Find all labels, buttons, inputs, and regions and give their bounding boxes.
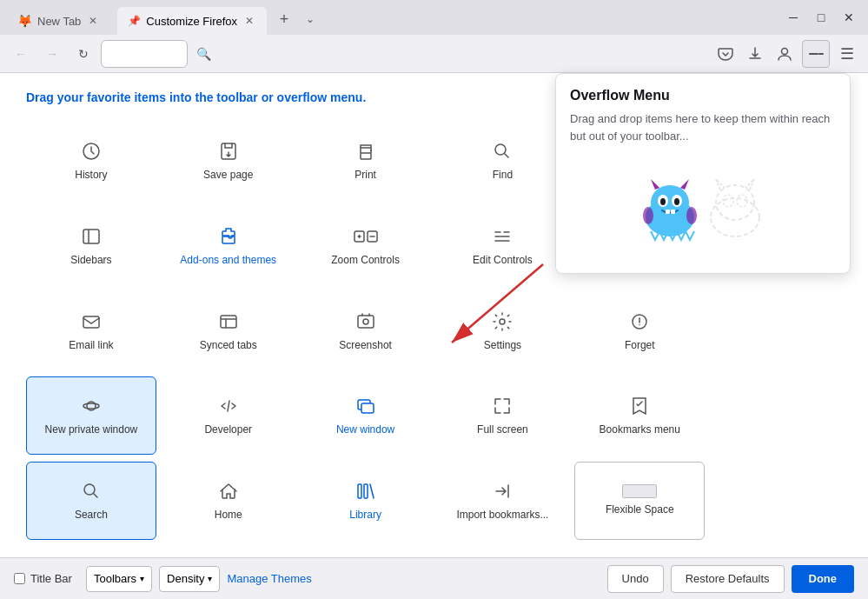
maximize-button[interactable]: □ bbox=[809, 5, 833, 30]
item-print[interactable]: Print bbox=[301, 122, 431, 200]
hamburger-menu-button[interactable]: ☰ bbox=[833, 40, 861, 68]
item-developer[interactable]: Developer bbox=[163, 376, 294, 455]
svg-point-4 bbox=[370, 150, 372, 151]
synced-tabs-label: Synced tabs bbox=[200, 339, 257, 353]
pin-icon: 📌 bbox=[128, 15, 141, 27]
item-screenshot[interactable]: Screenshot bbox=[301, 292, 431, 370]
svg-point-24 bbox=[651, 185, 689, 220]
manage-themes-link[interactable]: Manage Themes bbox=[227, 572, 311, 585]
reload-button[interactable]: ↻ bbox=[70, 40, 97, 68]
item-import-bookmarks[interactable]: Import bookmarks... bbox=[437, 462, 567, 540]
save-page-label: Save page bbox=[203, 169, 253, 183]
svg-point-13 bbox=[363, 319, 368, 324]
item-search[interactable]: Search bbox=[26, 462, 156, 540]
svg-point-33 bbox=[711, 198, 759, 236]
item-addons[interactable]: Add-ons and themes bbox=[163, 207, 294, 285]
developer-label: Developer bbox=[204, 423, 252, 437]
tab-list-chevron[interactable]: ⌄ bbox=[298, 7, 322, 31]
tab-customize[interactable]: 📌 Customize Firefox ✕ bbox=[117, 7, 267, 35]
item-synced-tabs[interactable]: Synced tabs bbox=[163, 292, 294, 370]
item-home[interactable]: Home bbox=[163, 462, 294, 540]
email-link-icon bbox=[79, 309, 103, 334]
item-new-private-window[interactable]: New private window bbox=[26, 376, 156, 455]
monster-solid bbox=[638, 172, 703, 242]
item-bookmarks-menu[interactable]: Bookmarks menu bbox=[574, 376, 705, 455]
tab-new-tab[interactable]: 🦊 New Tab ✕ bbox=[7, 7, 110, 35]
svg-point-20 bbox=[84, 484, 95, 495]
search-button[interactable]: 🔍 bbox=[191, 42, 215, 66]
edit-controls-label: Edit Controls bbox=[473, 254, 533, 268]
item-library[interactable]: Library bbox=[301, 462, 431, 540]
addons-icon bbox=[216, 224, 241, 249]
item-new-window[interactable]: New window bbox=[301, 376, 431, 455]
back-button[interactable]: ← bbox=[7, 40, 35, 68]
item-fullscreen[interactable]: Full screen bbox=[437, 376, 567, 455]
item-sidebars[interactable]: Sidebars bbox=[26, 207, 156, 285]
overflow-menu-button[interactable] bbox=[802, 40, 830, 68]
item-find[interactable]: Find bbox=[437, 122, 567, 200]
main-content: Drag your favorite items into the toolba… bbox=[0, 73, 868, 557]
svg-point-15 bbox=[639, 323, 640, 325]
svg-point-31 bbox=[643, 207, 653, 224]
svg-point-27 bbox=[660, 198, 666, 205]
screenshot-label: Screenshot bbox=[339, 339, 392, 353]
pocket-button[interactable] bbox=[712, 40, 739, 68]
title-bar-label-text: Title Bar bbox=[30, 572, 72, 585]
toolbars-label: Toolbars bbox=[94, 572, 136, 585]
bottom-bar: Title Bar Toolbars ▾ Density ▾ Manage Th… bbox=[0, 557, 868, 599]
svg-point-28 bbox=[674, 198, 679, 205]
item-forget[interactable]: Forget bbox=[574, 292, 705, 370]
tab-close-newtab[interactable]: ✕ bbox=[86, 14, 100, 28]
downloads-button[interactable] bbox=[741, 40, 769, 68]
svg-rect-3 bbox=[361, 153, 371, 159]
svg-rect-22 bbox=[364, 484, 368, 498]
account-button[interactable] bbox=[771, 40, 798, 68]
density-chevron: ▾ bbox=[208, 574, 212, 583]
svg-point-0 bbox=[782, 48, 788, 54]
forward-button[interactable]: → bbox=[38, 40, 66, 68]
item-zoom[interactable]: Zoom Controls bbox=[301, 207, 431, 285]
item-history[interactable]: History bbox=[26, 122, 156, 200]
density-dropdown[interactable]: Density ▾ bbox=[159, 566, 220, 592]
search-label: Search bbox=[75, 509, 108, 522]
svg-rect-10 bbox=[83, 316, 99, 328]
overflow-title: Overflow Menu bbox=[570, 88, 836, 103]
item-flexible-space[interactable]: Flexible Space bbox=[574, 462, 705, 540]
new-private-window-label: New private window bbox=[45, 423, 138, 437]
import-bookmarks-icon bbox=[490, 479, 514, 503]
svg-rect-6 bbox=[83, 230, 99, 243]
import-bookmarks-label: Import bookmarks... bbox=[456, 509, 548, 522]
done-button[interactable]: Done bbox=[792, 565, 855, 593]
undo-button[interactable]: Undo bbox=[607, 565, 664, 593]
sidebars-icon bbox=[79, 224, 103, 249]
tab-new-tab-label: New Tab bbox=[37, 15, 81, 28]
toolbars-chevron: ▾ bbox=[140, 574, 144, 583]
synced-tabs-icon bbox=[216, 309, 241, 334]
item-edit-controls[interactable]: Edit Controls bbox=[437, 207, 567, 285]
new-window-icon bbox=[354, 394, 378, 418]
item-settings[interactable]: Settings bbox=[437, 292, 567, 370]
tab-close-customize[interactable]: ✕ bbox=[242, 14, 256, 28]
restore-defaults-button[interactable]: Restore Defaults bbox=[671, 565, 785, 593]
flexible-space-label: Flexible Space bbox=[606, 503, 674, 517]
minimize-button[interactable]: ─ bbox=[781, 5, 805, 30]
overflow-illustration bbox=[570, 155, 836, 259]
url-bar[interactable] bbox=[101, 40, 188, 68]
svg-point-34 bbox=[716, 185, 754, 220]
new-tab-button[interactable]: + bbox=[272, 7, 296, 31]
close-button[interactable]: ✕ bbox=[837, 5, 861, 30]
item-email-link[interactable]: Email link bbox=[26, 292, 156, 370]
forget-icon bbox=[627, 309, 652, 334]
title-bar-checkbox[interactable] bbox=[14, 573, 25, 584]
new-window-label: New window bbox=[336, 423, 394, 437]
nav-bar: ← → ↻ 🔍 ☰ bbox=[0, 35, 868, 73]
save-page-icon bbox=[216, 139, 241, 163]
svg-rect-11 bbox=[221, 316, 236, 328]
item-save-page[interactable]: Save page bbox=[163, 122, 294, 200]
overflow-description: Drag and drop items here to keep them wi… bbox=[570, 110, 836, 144]
history-icon bbox=[79, 139, 103, 163]
screenshot-icon bbox=[354, 309, 378, 334]
toolbars-dropdown[interactable]: Toolbars ▾ bbox=[86, 566, 152, 592]
forget-label: Forget bbox=[625, 339, 655, 353]
title-bar-checkbox-label[interactable]: Title Bar bbox=[14, 572, 72, 585]
